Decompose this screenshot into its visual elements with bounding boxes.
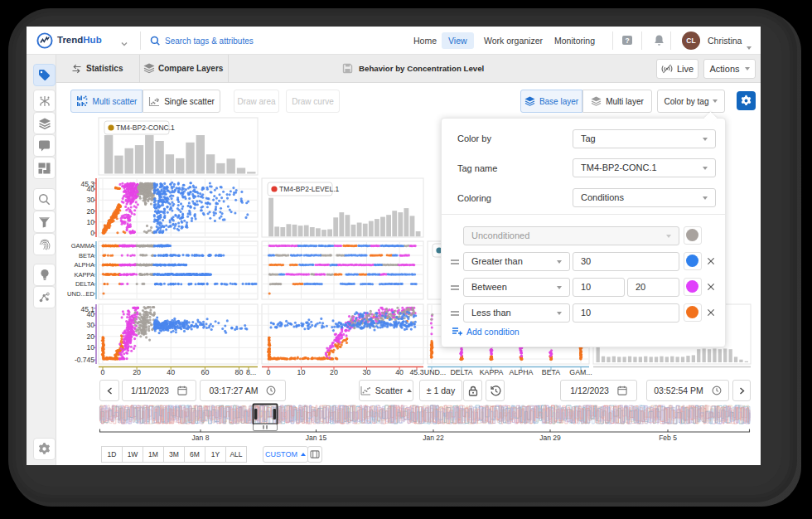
svg-text:10: 10 bbox=[87, 218, 95, 226]
svg-text:ALPHA: ALPHA bbox=[74, 261, 94, 269]
svg-text:GAM...: GAM... bbox=[569, 368, 592, 376]
svg-text:Jan 15: Jan 15 bbox=[306, 434, 327, 442]
svg-text:80: 80 bbox=[235, 368, 244, 376]
svg-text:Jan 22: Jan 22 bbox=[423, 434, 444, 442]
svg-text:0: 0 bbox=[101, 368, 105, 376]
svg-text:30: 30 bbox=[87, 196, 95, 204]
svg-text:20: 20 bbox=[133, 368, 141, 376]
svg-text:20: 20 bbox=[87, 332, 95, 341]
svg-text:20: 20 bbox=[330, 368, 338, 376]
svg-text:BETA: BETA bbox=[542, 368, 560, 376]
svg-text:UND...: UND... bbox=[424, 368, 446, 376]
svg-text:Feb 5: Feb 5 bbox=[659, 434, 677, 442]
svg-text:30: 30 bbox=[363, 368, 371, 376]
svg-text:DELTA: DELTA bbox=[450, 368, 472, 376]
svg-text:0: 0 bbox=[267, 368, 271, 376]
svg-text:40: 40 bbox=[167, 368, 175, 376]
svg-text:60: 60 bbox=[201, 368, 210, 376]
svg-text:20: 20 bbox=[87, 207, 95, 216]
svg-text:KAPPA: KAPPA bbox=[75, 271, 94, 279]
svg-text:UND...ED: UND...ED bbox=[67, 290, 95, 298]
svg-text:10: 10 bbox=[297, 368, 306, 376]
svg-text:KAPPA: KAPPA bbox=[480, 368, 504, 376]
svg-text:?: ? bbox=[625, 36, 629, 45]
svg-text:-0.745: -0.745 bbox=[75, 356, 94, 364]
svg-text:GAMMA: GAMMA bbox=[71, 242, 94, 250]
svg-text:8...: 8... bbox=[246, 368, 256, 376]
svg-text:40: 40 bbox=[87, 310, 95, 318]
svg-text:45.3: 45.3 bbox=[409, 368, 423, 376]
svg-text:DELTA: DELTA bbox=[75, 280, 94, 288]
svg-text:TM4-BP2-LEVEL.1: TM4-BP2-LEVEL.1 bbox=[279, 185, 340, 193]
svg-text:ALPHA: ALPHA bbox=[510, 368, 534, 376]
svg-text:BETA: BETA bbox=[79, 252, 94, 260]
svg-text:Jan 29: Jan 29 bbox=[539, 434, 561, 442]
svg-text:TM4-BP2-CONC.1: TM4-BP2-CONC.1 bbox=[116, 124, 175, 132]
svg-text:30: 30 bbox=[87, 321, 95, 329]
svg-text:40: 40 bbox=[395, 368, 404, 376]
svg-text:10: 10 bbox=[87, 343, 95, 352]
svg-text:40: 40 bbox=[87, 185, 95, 193]
svg-text:Jan 8: Jan 8 bbox=[192, 434, 210, 442]
svg-text:0: 0 bbox=[90, 229, 94, 237]
